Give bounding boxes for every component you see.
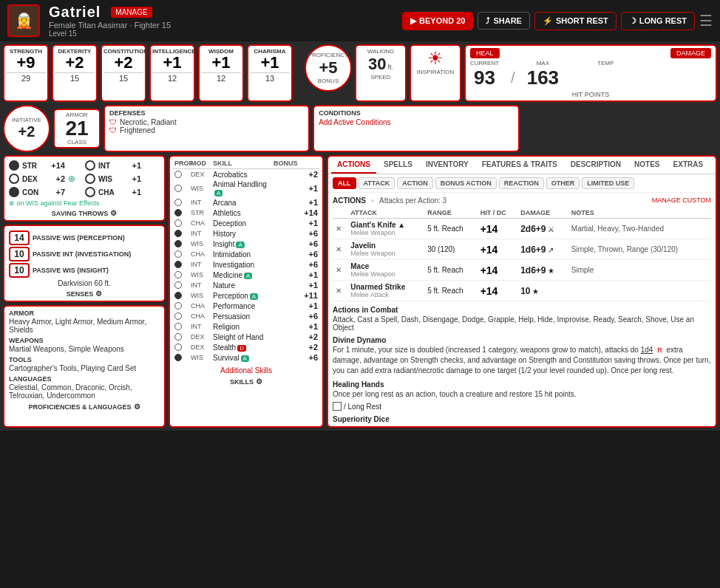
tab-inventory[interactable]: INVENTORY <box>420 157 475 174</box>
skill-proficiency-circle <box>174 333 182 341</box>
proficiencies-box: ARMOR Heavy Armor, Light Armor, Medium A… <box>3 305 166 428</box>
skill-item: INTInvestigation+6 <box>173 259 319 270</box>
long-rest-button[interactable]: ☽ LONG REST <box>621 12 695 30</box>
inspiration-icon: ☀ <box>413 48 458 69</box>
skill-proficiency-circle <box>174 240 182 247</box>
header: 🧝 Gatriel MANAGE Female Titan Aasimar · … <box>0 0 720 41</box>
attack-table: ATTACK RANGE HIT / DC DAMAGE NOTES ✕ Gia… <box>333 208 711 301</box>
skill-item: CHADeception+1 <box>173 218 319 228</box>
menu-icon[interactable]: ☰ <box>699 12 713 30</box>
subtab-attack[interactable]: ATTACK <box>359 177 395 189</box>
temp-hp: TEMP <box>597 60 614 89</box>
strength-stat: STRENGTH +9 29 <box>3 44 49 102</box>
armor-box: ARMOR 21 CLASS <box>53 109 101 148</box>
saving-throws-box: STR +14 INT +1 DEX +2 ⊕ <box>3 155 166 222</box>
tab-notes[interactable]: NOTES <box>628 157 665 174</box>
healing-hands-checkbox[interactable] <box>333 402 342 411</box>
share-icon: ⤴ <box>486 16 490 25</box>
subtab-action[interactable]: ACTION <box>397 177 433 189</box>
tabs-row: ACTIONS SPELLS INVENTORY FEATURES & TRAI… <box>328 157 716 174</box>
tab-spells[interactable]: SPELLS <box>378 157 418 174</box>
save-wis: WIS +1 <box>85 174 160 184</box>
subtab-limited-use[interactable]: LIMITED USE <box>582 177 634 189</box>
skill-proficiency-circle <box>174 171 182 178</box>
inspiration-box[interactable]: ☀ INSPIRATION <box>410 44 461 102</box>
heal-button[interactable]: HEAL <box>470 48 500 58</box>
subtab-other[interactable]: OTHER <box>546 177 580 189</box>
skill-item: WISInsightA+6 <box>173 239 319 249</box>
save-dex: DEX +2 ⊕ <box>9 174 84 184</box>
subtab-all[interactable]: ALL <box>333 177 356 189</box>
skill-item: DEXStealthD+2 <box>173 342 319 352</box>
skill-item: WISPerceptionA+11 <box>173 290 319 301</box>
char-name: Gatriel <box>49 4 101 21</box>
saves-gear-icon[interactable]: ⚙ <box>110 209 117 217</box>
subtab-bonus-action[interactable]: BONUS ACTION <box>435 177 497 189</box>
skill-item: INTHistory+6 <box>173 228 319 239</box>
skill-proficiency-circle <box>174 271 182 278</box>
defense-item-1: 🛡 Necrotic, Radiant <box>109 118 304 126</box>
long-rest-icon: ☽ <box>629 16 636 26</box>
languages-proficiency: LANGUAGES Celestial, Common, Draconic, O… <box>9 375 160 400</box>
skill-proficiency-circle <box>174 199 182 206</box>
short-rest-button[interactable]: ⚡ SHORT REST <box>534 12 617 30</box>
skill-item: INTNature+1 <box>173 280 319 290</box>
dexterity-stat: DEXTERITY +2 15 <box>52 44 98 102</box>
save-str: STR +14 <box>9 160 84 171</box>
skills-panel: PROF MOD SKILL BONUS DEXAcrobatics+2WISA… <box>169 155 324 428</box>
bonus-icon: ⊕ <box>68 174 75 184</box>
tab-description[interactable]: DESCRIPTION <box>565 157 627 174</box>
manage-button[interactable]: MANAGE <box>111 7 152 18</box>
wisdom-stat: WISDOM +1 12 <box>198 44 244 102</box>
charisma-stat: CHARISMA +1 13 <box>247 44 293 102</box>
skill-item: STRAthletics+14 <box>173 208 319 218</box>
skills-header: PROF MOD SKILL BONUS <box>173 160 319 169</box>
additional-skills-button[interactable]: Additional Skills <box>220 366 272 375</box>
skill-item: INTReligion+1 <box>173 321 319 332</box>
skill-proficiency-circle <box>174 312 182 320</box>
short-rest-icon: ⚡ <box>543 16 553 26</box>
max-hp: MAX 163 <box>527 60 559 89</box>
tab-features[interactable]: FEATURES & TRAITS <box>476 157 563 174</box>
attack-icon: ✕ <box>333 239 347 260</box>
save-cha: CHA +1 <box>85 187 160 197</box>
subtab-reaction[interactable]: REACTION <box>499 177 544 189</box>
char-level: Level 15 <box>49 30 393 38</box>
attack-icon: ✕ <box>333 260 347 281</box>
beyond20-button[interactable]: ▶ BEYOND 20 <box>402 12 473 30</box>
char-subtitle: Female Titan Aasimar · Fighter 15 <box>49 21 393 30</box>
skill-proficiency-circle <box>174 250 182 258</box>
senses-gear-icon[interactable]: ⚙ <box>95 290 102 298</box>
skill-proficiency-circle <box>174 185 182 192</box>
manage-custom-button[interactable]: MANAGE CUSTOM <box>652 196 711 204</box>
prof-gear-icon[interactable]: ⚙ <box>134 403 140 411</box>
divine-dynamo-section: Divine Dynamo For 1 minute, your size is… <box>333 336 711 376</box>
superiority-dice-section: Superiority Dice <box>333 415 711 423</box>
damage-button[interactable]: DAMAGE <box>670 48 711 58</box>
actions-content: ACTIONS • Attacks per Action: 3 MANAGE C… <box>328 193 716 426</box>
passive-insight: 10 PASSIVE WIS (INSIGHT) <box>9 263 160 278</box>
tab-actions[interactable]: ACTIONS <box>331 157 376 174</box>
save-str-circle <box>9 160 19 171</box>
constitution-stat: CONSTITUTION +2 15 <box>101 44 146 102</box>
passive-perception: 14 PASSIVE WIS (PERCEPTION) <box>9 230 160 245</box>
skill-item: WISSurvivalA+6 <box>173 352 319 363</box>
tab-extras[interactable]: EXTRAS <box>668 157 710 174</box>
skill-item: WISAnimal HandlingA+1 <box>173 180 319 197</box>
save-cha-circle <box>85 187 95 197</box>
skill-item: CHAIntimidation+6 <box>173 249 319 259</box>
skills-list: DEXAcrobatics+2WISAnimal HandlingA+1INTA… <box>173 169 319 363</box>
avatar: 🧝 <box>7 4 40 37</box>
initiative-box: INITIATIVE +2 <box>3 105 50 152</box>
defenses-box: DEFENSES 🛡 Necrotic, Radiant 🛡 Frightene… <box>103 105 310 152</box>
attack-row: ✕ Mace Melee Weapon 5 ft. Reach +14 1d6+… <box>333 260 711 281</box>
add-conditions-button[interactable]: Add Active Conditions <box>319 118 513 126</box>
right-panel: ACTIONS SPELLS INVENTORY FEATURES & TRAI… <box>327 155 717 428</box>
second-row: INITIATIVE +2 ARMOR 21 CLASS DEFENSES 🛡 … <box>3 105 717 152</box>
beyond-icon: ▶ <box>410 16 416 26</box>
skill-proficiency-circle <box>174 230 182 237</box>
skills-gear-icon[interactable]: ⚙ <box>256 377 262 386</box>
share-button[interactable]: ⤴ SHARE <box>478 12 530 30</box>
intelligence-stat: INTELLIGENCE +1 12 <box>149 44 195 102</box>
conditions-box: CONDITIONS Add Active Conditions <box>313 105 519 152</box>
